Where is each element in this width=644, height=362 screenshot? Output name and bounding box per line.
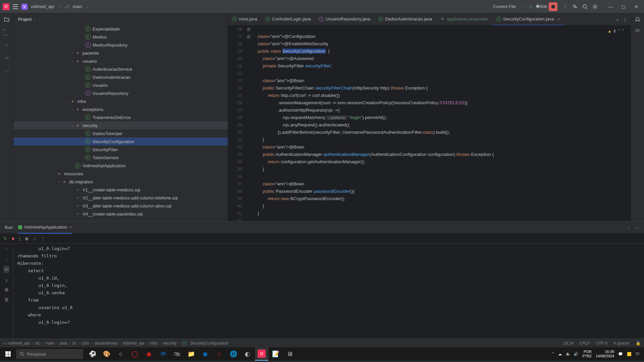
onedrive-icon[interactable]: ☁ [558, 352, 562, 356]
tree-item[interactable]: ⌄▸resources [13, 170, 228, 178]
run-tab[interactable]: Run [5, 225, 13, 230]
branch-name[interactable]: main [72, 4, 82, 9]
tree-item[interactable]: ⌄▸infra [13, 97, 228, 105]
tree-item[interactable]: CDadosTokenjwt [13, 129, 228, 137]
print-icon[interactable]: 🖶 [4, 287, 9, 292]
task-icon[interactable]: ◉ [142, 347, 156, 361]
editor-tab[interactable]: CControllerLogin.java [261, 13, 315, 25]
maximize-button[interactable]: ◻ [619, 2, 629, 12]
chevron-down-icon[interactable]: ⌄ [616, 17, 620, 22]
project-panel-header[interactable]: Project ⌄ [13, 13, 228, 25]
breadcrumb-item[interactable]: aluravollmed [95, 341, 117, 346]
breadcrumb-item[interactable]: security [163, 341, 176, 346]
breadcrumb-item[interactable]: CSecurityConfiguration [182, 341, 229, 346]
tree-item[interactable]: CMedico [13, 33, 228, 41]
tree-item[interactable]: CDadosAutenticacao [13, 73, 228, 81]
line-gutter[interactable]: 1617181920212223242526272829303132333435… [228, 25, 247, 221]
debug-icon[interactable]: �908 [539, 4, 544, 9]
rerun-icon[interactable]: ↻ [3, 236, 7, 241]
code-lines[interactable]: class="ann">@Configurationclass="ann">@E… [255, 25, 631, 221]
indent-setting[interactable]: 4 spaces [613, 341, 630, 346]
editor-tab[interactable]: CDadosAutenticacao.java [374, 13, 436, 25]
stop-icon[interactable]: ■ [12, 236, 14, 241]
tray-chevron-icon[interactable]: ˄ [552, 352, 554, 356]
scroll-to-end-icon[interactable]: ⤓ [5, 278, 8, 283]
hamburger-icon[interactable] [13, 4, 18, 9]
breadcrumbs[interactable]: ▭ vollmed_api›src›main›java›br›com›alura… [3, 341, 228, 346]
code-with-me-icon[interactable] [572, 4, 578, 9]
intellij-logo[interactable]: IJ [3, 3, 9, 10]
breadcrumb-item[interactable]: infra [150, 341, 157, 346]
breadcrumb-item[interactable]: com [82, 341, 89, 346]
tree-item[interactable]: ⌄▸security [13, 121, 228, 129]
ai-assistant-icon[interactable]: m [635, 27, 640, 34]
tree-item[interactable]: CAutenticacaoService [13, 65, 228, 73]
breadcrumb-item[interactable]: vollmed_api [123, 341, 144, 346]
editor-tab[interactable]: Crvice.java [228, 13, 261, 25]
tree-item[interactable]: ≡V2__alter-table-medicos-add-column-tele… [13, 194, 228, 202]
chevron-down-icon[interactable]: ⌄ [58, 5, 61, 8]
soft-wrap-icon[interactable]: ↩ [4, 266, 9, 273]
caret-position[interactable]: 19:14 [564, 341, 574, 346]
project-name[interactable]: vollmed_api [31, 4, 54, 9]
gutter-icons[interactable]: @@ [247, 25, 255, 221]
prev-highlight-icon[interactable]: ˄ [618, 27, 620, 35]
notifications-tray-icon[interactable]: 💬 [618, 352, 623, 356]
more-icon[interactable]: ⋮ [562, 4, 568, 9]
taskbar-search[interactable]: Pesquisar [16, 349, 83, 359]
chevron-down-icon[interactable]: ⌄ [86, 5, 89, 8]
editor-tab[interactable]: ⚙application.properties [436, 13, 492, 25]
task-icon[interactable]: 🎨 [100, 347, 113, 361]
next-highlight-icon[interactable]: ˅ [622, 27, 624, 35]
down-icon[interactable]: ↓ [5, 256, 8, 261]
clear-icon[interactable]: 🗑 [4, 297, 9, 302]
chevron-down-icon[interactable]: ⌄ [521, 5, 524, 8]
notifications-icon[interactable] [634, 16, 641, 23]
tree-item[interactable]: CTratamentoDeErros [13, 113, 228, 121]
start-button[interactable] [0, 347, 16, 361]
tree-item[interactable]: ≡V3__alter-table-medicos-add-column-ativ… [13, 202, 228, 210]
tree-item[interactable]: ⌄▸usuario [13, 57, 228, 65]
git-branch-icon[interactable]: ⎇ [64, 4, 69, 9]
breadcrumb-item[interactable]: br [72, 341, 76, 346]
chevron-down-icon[interactable]: ⌄ [33, 17, 36, 21]
tree-item[interactable]: CEspecialidade [13, 25, 228, 33]
network-icon[interactable]: 🖧 [566, 352, 570, 356]
tray-icon[interactable]: 🛡 [636, 352, 639, 356]
file-encoding[interactable]: UTF-8 [596, 341, 607, 346]
run-icon[interactable]: ▷ [529, 4, 534, 9]
project-badge[interactable]: V [21, 4, 28, 10]
opera-icon[interactable]: ◯ [128, 347, 142, 361]
task-icon[interactable]: ⚽ [86, 347, 99, 361]
console-output[interactable]: u1_0.login=? chamando filtro Hibernate: … [13, 244, 644, 339]
language-indicator[interactable]: POR PTB2 [582, 350, 592, 358]
project-tool-icon[interactable] [3, 16, 10, 23]
tree-item[interactable]: ≡V1__create-table-medicos.sql [13, 186, 228, 194]
close-button[interactable]: ✕ [631, 2, 641, 12]
tray-icon[interactable]: 🟨 [627, 352, 632, 356]
code-editor[interactable]: ▲ 6 ˄ ˅ 16171819202122232425262728293031… [228, 25, 631, 221]
line-separator[interactable]: CRLF [580, 341, 590, 346]
task-icon[interactable]: ○ [213, 347, 226, 361]
tree-item[interactable]: CUsuario [13, 81, 228, 89]
editor-tab[interactable]: IUsuarioRepository.java [315, 13, 374, 25]
stop-button[interactable] [549, 2, 557, 11]
tree-item[interactable]: ⌄▸db.migration [13, 178, 228, 186]
exit-icon[interactable]: ⏍ [33, 236, 36, 241]
explorer-icon[interactable]: 📁 [184, 347, 198, 361]
breadcrumb-item[interactable]: ▭ vollmed_api [3, 341, 30, 346]
pull-requests-icon[interactable]: ⑃ [3, 42, 10, 48]
breadcrumb-item[interactable]: java [60, 341, 67, 346]
breadcrumb-item[interactable]: main [46, 341, 54, 346]
volume-icon[interactable]: 🔊 [574, 352, 578, 356]
tree-item[interactable]: ›▸paciente [13, 49, 228, 57]
intellij-task-icon[interactable]: IJ [255, 347, 268, 361]
inspection-widget[interactable]: ▲ 6 ˄ ˅ [607, 27, 624, 35]
project-tree[interactable]: CEspecialidadeCMedicoIMedicoRepository›▸… [13, 25, 228, 221]
settings-icon[interactable] [592, 4, 598, 9]
camera-icon[interactable]: ◉ [25, 236, 29, 241]
tree-item[interactable]: CTokenService [13, 154, 228, 162]
run-config-tab[interactable]: VollmedApiApplication × [18, 222, 72, 234]
tree-item[interactable]: IUsuarioRepository [13, 89, 228, 97]
close-tab-icon[interactable]: × [69, 225, 72, 230]
